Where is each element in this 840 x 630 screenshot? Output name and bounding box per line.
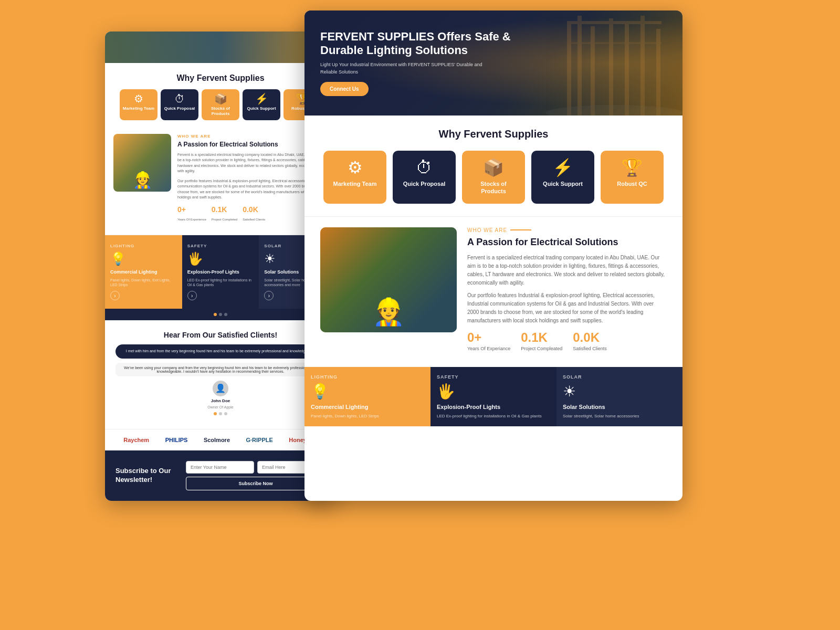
right-stat-proj-value: 0.1K xyxy=(521,330,562,345)
safety-icon: 🖐 xyxy=(187,251,254,266)
brand-gripple: G·RIPPLE xyxy=(246,437,273,443)
left-service-lighting[interactable]: LIGHTING 💡 Commercial Lighting Panel lig… xyxy=(105,235,182,309)
reviewer: 👤 John Doe Owner Of Apple xyxy=(116,381,326,409)
left-feature-stocks[interactable]: 📦 Stocks of Products xyxy=(202,89,239,120)
right-proposal-label: Quick Proposal xyxy=(398,180,450,187)
right-feature-marketing[interactable]: ⚙ Marketing Team xyxy=(323,151,386,204)
page-wrapper: Why Fervent Supplies ⚙ Marketing Team ⏱ … xyxy=(105,10,735,501)
right-lighting-title: Commercial Lighting xyxy=(311,403,424,411)
left-why-title: Why Fervent Supplies xyxy=(116,74,326,83)
right-who-section: Who We Are A Passion for Electrical Solu… xyxy=(304,217,682,368)
right-service-safety[interactable]: SAFETY 🖐 Explosion-Proof Lights LED Ex-p… xyxy=(430,367,556,426)
left-stat-clients-label: Satisfied Clients xyxy=(243,217,265,222)
safety-title: Explosion-Proof Lights xyxy=(187,269,254,276)
right-why-section: Why Fervent Supplies ⚙ Marketing Team ⏱ … xyxy=(304,116,682,216)
newsletter-title: Subscribe to Our Newsletter! xyxy=(116,467,177,485)
right-service-lighting[interactable]: LIGHTING 💡 Commercial Lighting Panel lig… xyxy=(304,367,430,426)
lighting-desc: Panel lights, Down lights, Exit Lights, … xyxy=(110,278,177,288)
hero-title: FERVENT SUPPLIES Offers Safe & Durable L… xyxy=(320,30,541,58)
left-testimonial: Hear From Our Satisfied Clients! I met w… xyxy=(105,320,336,429)
marketing-icon: ⚙ xyxy=(122,93,155,104)
left-stat-proj-value: 0.1K xyxy=(212,205,237,214)
left-support-label: Quick Support xyxy=(245,106,278,111)
safety-desc: LED Ex-proof lighting for installations … xyxy=(187,278,254,288)
right-lighting-tag: LIGHTING xyxy=(311,374,424,380)
right-stats-row: 0+ Years Of Experiance 0.1K Project Comp… xyxy=(467,330,667,356)
right-hero: FERVENT SUPPLIES Offers Safe & Durable L… xyxy=(304,10,682,116)
left-feature-marketing[interactable]: ⚙ Marketing Team xyxy=(120,89,158,120)
lighting-icon: 💡 xyxy=(110,251,177,266)
lighting-tag: LIGHTING xyxy=(110,244,177,248)
safety-tag: SAFETY xyxy=(187,244,254,248)
right-stat-clients: 0.0K Satisfied Clients xyxy=(573,330,607,356)
right-feature-proposal[interactable]: ⏱ Quick Proposal xyxy=(393,151,456,204)
right-support-label: Quick Support xyxy=(537,180,589,187)
left-marketing-label: Marketing Team xyxy=(122,106,155,111)
right-safety-title: Explosion-Proof Lights xyxy=(437,403,550,411)
right-solar-tag: SOLAR xyxy=(563,374,676,380)
left-feature-proposal[interactable]: ⏱ Quick Proposal xyxy=(161,89,198,120)
right-qc-icon: 🏆 xyxy=(606,159,658,176)
right-stocks-icon: 📦 xyxy=(467,159,520,176)
testimonial-bubble-2: We've been using your company and from t… xyxy=(116,363,326,376)
right-who-title: A Passion for Electrical Solutions xyxy=(467,236,667,248)
testimonial-dots xyxy=(116,409,326,418)
left-stocks-label: Stocks of Products xyxy=(204,106,237,116)
left-card: Why Fervent Supplies ⚙ Marketing Team ⏱ … xyxy=(105,32,336,501)
brand-raychem: Raychem xyxy=(123,437,149,443)
left-why-section: Why Fervent Supplies ⚙ Marketing Team ⏱ … xyxy=(105,63,336,125)
right-who-content: Who We Are A Passion for Electrical Solu… xyxy=(467,227,667,357)
right-solar-title: Solar Solutions xyxy=(563,403,676,411)
left-hero-image xyxy=(105,32,336,63)
right-feature-stocks[interactable]: 📦 Stocks of Products xyxy=(462,151,525,204)
brands-section: Raychem PHILIPS Scolmore G·RIPPLE Honeyw… xyxy=(105,429,336,450)
right-lighting-icon: 💡 xyxy=(311,383,424,400)
right-stat-projects: 0.1K Project Compleated xyxy=(521,330,562,356)
right-lighting-desc: Panel lights, Down lights, LED Strips xyxy=(311,413,424,419)
safety-arrow[interactable]: › xyxy=(187,291,197,300)
tdot-3 xyxy=(224,412,227,415)
left-services-dots xyxy=(105,309,336,320)
svg-rect-7 xyxy=(567,21,662,24)
left-features-row: ⚙ Marketing Team ⏱ Quick Proposal 📦 Stoc… xyxy=(116,89,326,120)
right-solar-icon: ☀ xyxy=(563,383,676,400)
left-stat-proj-label: Project Completed xyxy=(212,217,237,222)
right-services-section: LIGHTING 💡 Commercial Lighting Panel lig… xyxy=(304,367,682,426)
tdot-2 xyxy=(219,412,222,415)
left-stat-clients-value: 0.0K xyxy=(243,205,265,214)
solar-arrow[interactable]: › xyxy=(264,291,274,300)
right-support-icon: ⚡ xyxy=(537,159,589,176)
right-stat-experience: 0+ Years Of Experiance xyxy=(467,330,510,356)
left-who-section: Who We Are A Passion for Electrical Solu… xyxy=(105,125,336,235)
right-who-tag: Who We Are xyxy=(467,227,667,233)
right-who-image xyxy=(320,227,457,332)
left-services-section: LIGHTING 💡 Commercial Lighting Panel lig… xyxy=(105,235,336,309)
lighting-arrow[interactable]: › xyxy=(110,291,120,300)
right-safety-tag: SAFETY xyxy=(437,374,550,380)
right-safety-icon: 🖐 xyxy=(437,383,550,400)
testimonial-bubble-1: I met with him and from the very beginni… xyxy=(116,344,326,359)
right-stocks-label: Stocks of Products xyxy=(467,180,520,195)
newsletter-text: Subscribe to Our Newsletter! xyxy=(116,467,177,485)
connect-button[interactable]: Connect Us xyxy=(320,82,369,96)
reviewer-name: John Doe xyxy=(211,398,230,403)
right-feature-support[interactable]: ⚡ Quick Support xyxy=(531,151,594,204)
left-service-safety[interactable]: SAFETY 🖐 Explosion-Proof Lights LED Ex-p… xyxy=(182,235,259,309)
right-service-solar[interactable]: SOLAR ☀ Solar Solutions Solar streetligh… xyxy=(556,367,682,426)
stocks-icon: 📦 xyxy=(204,93,237,104)
left-stat-experience: 0+ Years Of Experience xyxy=(177,205,206,226)
right-stat-clients-label: Satisfied Clients xyxy=(573,345,607,352)
right-feature-qc[interactable]: 🏆 Robust QC xyxy=(601,151,664,204)
right-stat-exp-label: Years Of Experiance xyxy=(467,345,510,352)
right-stat-exp-value: 0+ xyxy=(467,330,510,345)
newsletter-name-input[interactable] xyxy=(186,461,254,474)
right-safety-desc: LED Ex-proof lighting for installations … xyxy=(437,413,550,419)
dot-2 xyxy=(219,313,222,316)
hero-desc: Light Up Your Industrial Environment wit… xyxy=(320,61,488,76)
support-icon: ⚡ xyxy=(245,93,278,104)
right-marketing-label: Marketing Team xyxy=(329,180,381,187)
left-feature-support[interactable]: ⚡ Quick Support xyxy=(243,89,280,120)
testimonial-text-2: We've been using your company and from t… xyxy=(121,366,320,373)
left-stat-projects: 0.1K Project Completed xyxy=(212,205,237,226)
reviewer-avatar: 👤 xyxy=(213,381,228,396)
